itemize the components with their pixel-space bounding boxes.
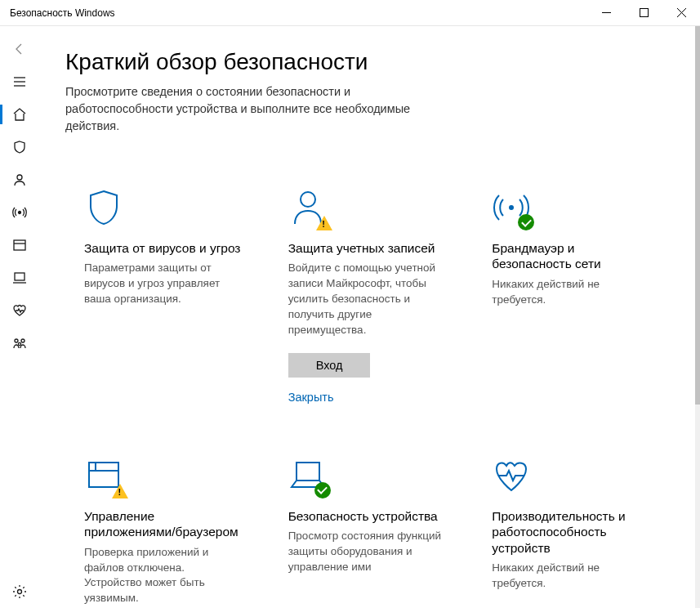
menu-button[interactable] [3,65,36,98]
svg-point-13 [15,339,18,342]
svg-rect-1 [640,9,648,17]
nav-settings[interactable] [3,575,36,608]
nav-family[interactable] [3,327,36,360]
svg-rect-22 [296,463,319,481]
window-controls [587,0,700,25]
tile-desc: Войдите с помощью учетной записи Майкрос… [288,261,447,338]
ok-badge-icon [518,214,534,230]
nav-home[interactable] [3,98,36,131]
warning-badge-icon [112,484,128,498]
close-button[interactable] [662,0,700,25]
tiles-grid: Защита от вирусов и угроз Параметрами за… [65,164,669,608]
tile-title: Производительность и работоспособность у… [492,508,650,556]
tile-title: Безопасность устройства [288,508,447,524]
tile-appbrowser[interactable]: Управление приложениями/браузером Провер… [65,432,261,608]
tile-title: Управление приложениями/браузером [84,508,243,540]
signin-button[interactable]: Вход [288,353,371,378]
tile-title: Защита учетных записей [288,240,447,256]
back-button[interactable] [3,33,36,65]
minimize-button[interactable] [587,0,625,25]
ok-badge-icon [314,482,331,498]
titlebar: Безопасность Windows [0,0,700,26]
svg-point-8 [19,212,21,214]
laptop-icon [288,456,328,495]
page-title: Краткий обзор безопасности [65,49,669,75]
nav-performance[interactable] [3,294,36,327]
tile-device[interactable]: Безопасность устройства Просмотр состоян… [270,432,466,608]
svg-point-15 [18,342,20,345]
tile-desc: Проверка приложений и файлов отключена. … [84,545,243,607]
sidebar [0,26,39,608]
nav-appbrowser[interactable] [3,229,36,262]
app-window-icon [84,456,123,495]
dismiss-link[interactable]: Закрыть [288,391,447,404]
page-subtitle: Просмотрите сведения о состоянии безопас… [65,83,425,135]
tile-firewall[interactable]: Брандмауэр и безопасность сети Никаких д… [473,164,669,424]
tile-desc: Никаких действий не требуется. [492,561,650,592]
tile-account[interactable]: Защита учетных записей Войдите с помощью… [270,164,466,424]
scrollbar[interactable] [695,26,700,608]
content-area: Краткий обзор безопасности Просмотрите с… [39,26,695,608]
tile-title: Защита от вирусов и угроз [84,240,243,256]
antenna-icon [492,188,531,227]
window-title: Безопасность Windows [10,7,587,19]
nav-firewall[interactable] [3,196,36,229]
tile-desc: Просмотр состояния функций защиты оборуд… [288,529,447,575]
warning-badge-icon [316,216,332,230]
nav-virus[interactable] [3,131,36,163]
tile-desc: Параметрами защиты от вирусов и угроз уп… [84,261,243,307]
shield-icon [84,188,123,227]
tile-performance[interactable]: Производительность и работоспособность у… [473,432,669,608]
svg-point-18 [509,205,514,210]
tile-title: Брандмауэр и безопасность сети [492,240,650,272]
nav-account[interactable] [3,163,36,196]
tile-virus[interactable]: Защита от вирусов и угроз Параметрами за… [65,164,261,424]
svg-point-17 [301,192,315,207]
svg-point-16 [18,590,22,594]
heart-pulse-icon [492,456,531,495]
svg-rect-11 [15,273,25,280]
person-icon [288,188,328,227]
tile-desc: Никаких действий не требуется. [492,277,650,308]
svg-rect-9 [14,240,25,250]
maximize-button[interactable] [625,0,662,25]
svg-point-14 [21,339,25,342]
scrollbar-thumb[interactable] [695,26,700,405]
nav-device[interactable] [3,262,36,294]
svg-point-7 [17,175,22,180]
